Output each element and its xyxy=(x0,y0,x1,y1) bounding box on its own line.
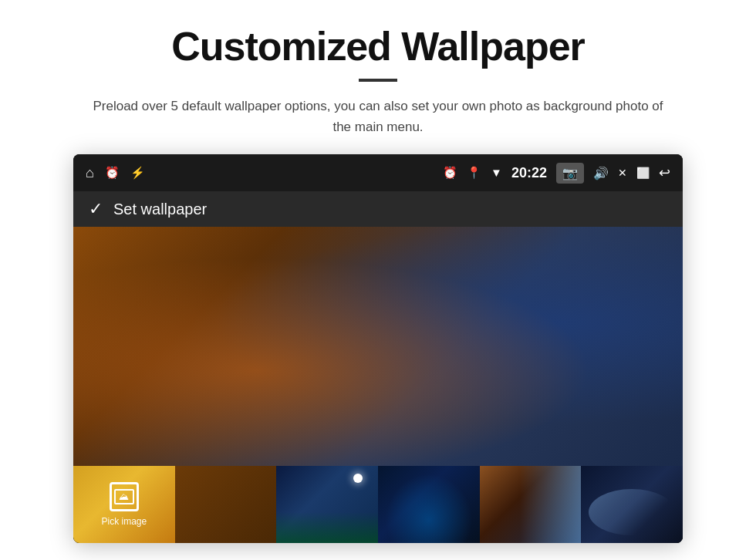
usb-icon: ⚡ xyxy=(130,166,145,180)
alarm-icon: ⏰ xyxy=(443,166,457,180)
wallpaper-thumb-4[interactable] xyxy=(480,466,582,543)
action-bar: ✓ Set wallpaper xyxy=(73,191,683,227)
close-icon[interactable]: ✕ xyxy=(618,167,627,180)
pick-image-thumb[interactable]: Pick image xyxy=(73,466,175,543)
wallpaper-preview xyxy=(73,227,683,466)
confirm-icon[interactable]: ✓ xyxy=(89,199,103,219)
pick-image-label: Pick image xyxy=(101,516,147,527)
clock-icon: ⏰ xyxy=(105,166,120,180)
status-bar-left: ⌂ ⏰ ⚡ xyxy=(86,165,145,181)
status-time: 20:22 xyxy=(511,165,547,181)
page-title: Customized Wallpaper xyxy=(171,23,585,69)
window-icon[interactable]: ⬜ xyxy=(636,167,650,180)
thumbnail-strip: Pick image xyxy=(73,466,683,543)
home-icon[interactable]: ⌂ xyxy=(86,165,94,181)
action-bar-title: Set wallpaper xyxy=(113,201,207,218)
volume-icon[interactable]: 🔊 xyxy=(593,166,609,180)
camera-button[interactable]: 📷 xyxy=(556,163,584,184)
wallpaper-thumb-1[interactable] xyxy=(175,466,277,543)
pick-image-icon xyxy=(110,482,139,511)
wallpaper-thumb-2[interactable] xyxy=(276,466,378,543)
back-icon[interactable]: ↩ xyxy=(659,164,670,181)
title-divider xyxy=(359,79,397,82)
page-subtitle: Preload over 5 default wallpaper options… xyxy=(85,96,671,137)
device-frame: ⌂ ⏰ ⚡ ⏰ 📍 ▼ 20:22 📷 🔊 ✕ ⬜ ↩ xyxy=(73,154,683,543)
location-icon: 📍 xyxy=(467,166,481,180)
page-wrapper: Customized Wallpaper Preload over 5 defa… xyxy=(0,0,756,560)
wallpaper-thumb-5[interactable] xyxy=(581,466,683,543)
camera-icon: 📷 xyxy=(562,166,578,180)
wifi-icon: ▼ xyxy=(491,167,502,180)
status-bar: ⌂ ⏰ ⚡ ⏰ 📍 ▼ 20:22 📷 🔊 ✕ ⬜ ↩ xyxy=(73,154,683,191)
wallpaper-thumb-3[interactable] xyxy=(378,466,480,543)
status-bar-right: ⏰ 📍 ▼ 20:22 📷 🔊 ✕ ⬜ ↩ xyxy=(443,163,670,184)
